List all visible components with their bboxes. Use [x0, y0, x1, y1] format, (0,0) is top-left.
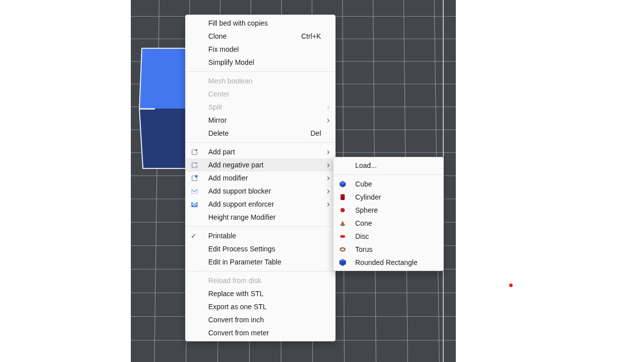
menu-item-label: Cube — [355, 180, 438, 188]
menu-item-center: Center — [186, 87, 335, 101]
menu-item-reload-from-disk: Reload from disk — [186, 274, 335, 287]
menu-item-add-support-blocker[interactable]: Add support blocker › — [186, 185, 335, 198]
menu-item-delete[interactable]: Delete Del — [186, 127, 335, 140]
menu-item-export-as-one-stl[interactable]: Export as one STL — [186, 300, 335, 313]
menu-item-label: Mirror — [208, 116, 323, 124]
menu-item-simplify-model[interactable]: Simplify Model — [186, 56, 335, 69]
menu-item-label: Add part — [208, 148, 323, 156]
model-cube-faces — [139, 49, 187, 168]
menu-item-edit-in-parameter-table[interactable]: Edit in Parameter Table — [186, 255, 335, 268]
menu-item-printable[interactable]: ✓ Printable — [186, 229, 335, 242]
menu-item-label: Rounded Rectangle — [355, 258, 438, 266]
menu-item-label: Printable — [208, 232, 323, 240]
menu-item-mesh-boolean: Mesh boolean — [186, 74, 335, 87]
checkmark-icon: ✓ — [191, 232, 201, 240]
submenu-item-rounded-rectangle[interactable]: Rounded Rectangle — [334, 256, 443, 269]
cylinder-icon — [339, 193, 348, 201]
menu-item-label: Convert from inch — [208, 316, 323, 324]
add-modifier-icon — [191, 174, 201, 182]
menu-item-label: Disc — [355, 232, 438, 240]
menu-item-convert-from-inch[interactable]: Convert from inch — [186, 313, 335, 326]
cone-icon — [339, 219, 348, 227]
submenu-chevron-icon: › — [323, 104, 330, 111]
slicer-canvas-screen: { "viewport": { "background_color": "#43… — [0, 0, 644, 362]
submenu-item-cone[interactable]: Cone — [334, 217, 443, 230]
add-part-icon — [191, 148, 201, 156]
torus-icon — [339, 245, 348, 253]
submenu-item-sphere[interactable]: Sphere — [334, 204, 443, 217]
disc-icon — [339, 232, 348, 240]
add-negative-part-submenu: Load... Cube Cylinder Sphere Cone Disc — [333, 157, 444, 271]
menu-item-label: Reload from disk — [208, 277, 323, 285]
cube-icon — [339, 180, 348, 188]
menu-item-label: Sphere — [355, 206, 438, 214]
submenu-item-torus[interactable]: Torus — [334, 243, 443, 256]
menu-item-label: Simplify Model — [208, 58, 323, 66]
menu-item-add-negative-part[interactable]: Add negative part › — [186, 158, 335, 171]
menu-item-label: Cylinder — [355, 193, 438, 201]
menu-item-replace-with-stl[interactable]: Replace with STL — [186, 287, 335, 300]
menu-separator — [186, 226, 335, 227]
submenu-chevron-icon: › — [323, 117, 330, 124]
submenu-item-disc[interactable]: Disc — [334, 230, 443, 243]
menu-item-label: Replace with STL — [208, 290, 323, 298]
submenu-chevron-icon: › — [323, 174, 330, 182]
red-pointer-dot — [509, 284, 513, 287]
submenu-chevron-icon: › — [323, 161, 330, 168]
menu-item-fix-model[interactable]: Fix model — [186, 43, 335, 56]
context-menu: Fill bed with copies Clone Ctrl+K Fix mo… — [185, 15, 336, 341]
menu-item-label: Load... — [355, 161, 438, 169]
menu-item-label: Fill bed with copies — [208, 19, 323, 27]
submenu-item-load[interactable]: Load... — [334, 159, 443, 172]
menu-item-add-modifier[interactable]: Add modifier › — [186, 171, 335, 185]
model-cube[interactable] — [138, 48, 187, 169]
menu-separator — [186, 142, 335, 143]
menu-item-label: Add modifier — [208, 174, 323, 182]
menu-item-label: Cone — [355, 219, 438, 227]
menu-separator — [186, 271, 335, 272]
menu-item-label: Edit Process Settings — [208, 245, 323, 253]
menu-item-height-range-modifier[interactable]: Height range Modifier — [186, 211, 335, 224]
menu-separator — [186, 71, 335, 72]
model-cube-top-face — [139, 49, 187, 109]
menu-item-edit-process-settings[interactable]: Edit Process Settings — [186, 242, 335, 255]
menu-item-label: Center — [208, 90, 323, 98]
menu-item-label: Height range Modifier — [208, 213, 323, 221]
rounded-rectangle-icon — [339, 258, 348, 266]
submenu-item-cube[interactable]: Cube — [334, 177, 443, 191]
support-blocker-icon — [191, 187, 201, 195]
submenu-chevron-icon: › — [323, 148, 330, 155]
submenu-chevron-icon: › — [323, 188, 330, 195]
submenu-item-cylinder[interactable]: Cylinder — [334, 191, 443, 204]
model-edge-highlight — [140, 108, 155, 110]
add-negative-part-icon — [191, 161, 201, 169]
menu-item-convert-from-meter[interactable]: Convert from meter — [186, 326, 335, 339]
menu-item-label: Delete — [208, 129, 310, 137]
menu-item-label: Split — [208, 103, 323, 111]
menu-item-label: Torus — [355, 245, 438, 253]
menu-item-label: Add support blocker — [208, 187, 323, 195]
shortcut-hint: Ctrl+K — [301, 32, 321, 40]
menu-item-label: Mesh boolean — [208, 77, 323, 85]
menu-item-label: Add negative part — [208, 161, 323, 169]
support-enforcer-icon — [191, 200, 201, 208]
menu-item-split: Split › — [186, 101, 335, 114]
menu-item-label: Clone — [208, 32, 301, 40]
menu-separator — [334, 174, 443, 175]
sphere-icon — [339, 206, 348, 214]
menu-item-label: Convert from meter — [208, 329, 323, 337]
menu-item-label: Add support enforcer — [208, 200, 323, 208]
submenu-chevron-icon: › — [323, 201, 330, 208]
menu-item-label: Export as one STL — [208, 303, 323, 311]
menu-item-clone[interactable]: Clone Ctrl+K — [186, 30, 335, 43]
model-cube-front-face — [139, 109, 187, 168]
menu-item-add-support-enforcer[interactable]: Add support enforcer › — [186, 198, 335, 211]
shortcut-hint: Del — [310, 129, 321, 137]
menu-item-add-part[interactable]: Add part › — [186, 145, 335, 158]
menu-item-fill-bed-with-copies[interactable]: Fill bed with copies — [186, 17, 335, 30]
menu-item-label: Fix model — [208, 45, 323, 53]
menu-item-label: Edit in Parameter Table — [208, 258, 323, 266]
menu-item-mirror[interactable]: Mirror › — [186, 114, 335, 127]
